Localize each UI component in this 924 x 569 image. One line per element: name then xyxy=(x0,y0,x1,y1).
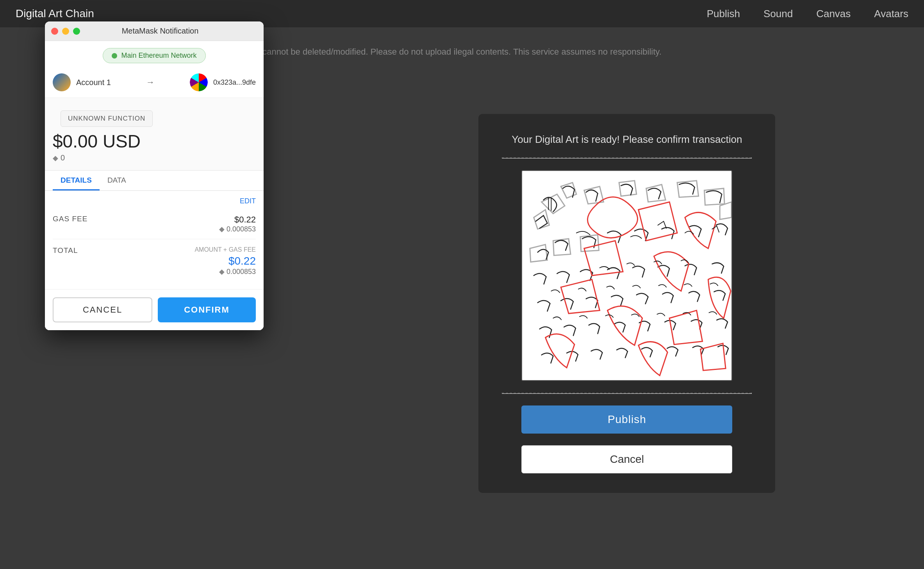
modal-confirm-text: Your Digital Art is ready! Please confir… xyxy=(512,133,742,146)
mm-network-section: Main Ethereum Network xyxy=(45,41,264,67)
total-label: TOTAL xyxy=(53,246,78,255)
metamask-title: MetaMask Notification xyxy=(63,27,257,36)
eth-diamond-icon-3: ◆ xyxy=(219,267,225,276)
gas-fee-eth-value: 0.000853 xyxy=(227,225,256,233)
art-svg xyxy=(522,171,731,380)
amount-eth-value: 0 xyxy=(61,153,65,162)
gas-fee-label: GAS FEE xyxy=(53,215,87,223)
mm-amount-eth: ◆ 0 xyxy=(53,153,256,162)
contract-avatar xyxy=(190,73,208,91)
total-eth: ◆ 0.000853 xyxy=(194,267,256,276)
nav-publish[interactable]: Publish xyxy=(707,8,740,20)
mm-details: EDIT GAS FEE $0.22 ◆ 0.000853 TOTAL AMOU… xyxy=(45,191,264,289)
network-status-dot xyxy=(112,53,117,59)
nav-avatars[interactable]: Avatars xyxy=(874,8,908,20)
mm-titlebar: MetaMask Notification xyxy=(45,21,264,41)
publish-modal: Your Digital Art is ready! Please confir… xyxy=(478,114,775,493)
mm-total-row: TOTAL AMOUNT + GAS FEE $0.22 ◆ 0.000853 xyxy=(53,239,256,283)
window-close-dot[interactable] xyxy=(51,28,58,35)
mm-amount-section: UNKNOWN FUNCTION $0.00 USD ◆ 0 xyxy=(45,98,264,171)
mm-gas-fee-row: GAS FEE $0.22 ◆ 0.000853 xyxy=(53,209,256,239)
total-values: AMOUNT + GAS FEE $0.22 ◆ 0.000853 xyxy=(194,246,256,276)
unknown-function-label: UNKNOWN FUNCTION xyxy=(68,115,145,122)
app-title: Digital Art Chain xyxy=(16,7,707,20)
mm-amount-usd: $0.00 USD xyxy=(53,131,256,152)
modal-dashed-line-bottom xyxy=(502,393,752,394)
nav-canvas[interactable]: Canvas xyxy=(816,8,851,20)
art-preview xyxy=(521,170,732,381)
edit-link[interactable]: EDIT xyxy=(53,197,256,205)
mm-buttons: CANCEL CONFIRM xyxy=(45,289,264,330)
mm-confirm-button[interactable]: CONFIRM xyxy=(158,297,256,322)
tab-data[interactable]: DATA xyxy=(100,171,134,190)
account-name: Account 1 xyxy=(76,78,111,87)
metamask-window: MetaMask Notification Main Ethereum Netw… xyxy=(45,21,264,330)
gas-fee-usd: $0.22 xyxy=(219,215,256,225)
total-sublabel: AMOUNT + GAS FEE xyxy=(194,246,256,253)
publish-button[interactable]: Publish xyxy=(521,405,732,434)
eth-diamond-icon: ◆ xyxy=(53,154,58,162)
gas-fee-values: $0.22 ◆ 0.000853 xyxy=(219,215,256,233)
eth-diamond-icon-2: ◆ xyxy=(219,225,225,233)
mm-tabs: DETAILS DATA xyxy=(45,171,264,191)
mm-unknown-box: UNKNOWN FUNCTION xyxy=(61,110,153,127)
total-eth-value: 0.000853 xyxy=(227,268,256,276)
tab-details[interactable]: DETAILS xyxy=(53,171,100,190)
contract-address: 0x323a...9dfe xyxy=(213,78,256,87)
mm-cancel-button[interactable]: CANCEL xyxy=(53,297,152,322)
contract-icon xyxy=(190,73,208,91)
mm-network-badge[interactable]: Main Ethereum Network xyxy=(103,48,205,63)
arrow-icon: → xyxy=(120,77,180,87)
total-usd: $0.22 xyxy=(194,255,256,267)
gas-fee-eth: ◆ 0.000853 xyxy=(219,225,256,233)
nav-links: Publish Sound Canvas Avatars xyxy=(707,8,908,20)
cancel-modal-button[interactable]: Cancel xyxy=(521,445,732,473)
mm-account-row: Account 1 → 0x323a...9dfe xyxy=(45,67,264,98)
account-avatar xyxy=(53,73,71,91)
mm-body: Main Ethereum Network Account 1 → 0x323a… xyxy=(45,41,264,330)
nav-sound[interactable]: Sound xyxy=(763,8,793,20)
modal-dashed-line-top xyxy=(502,157,752,158)
network-name: Main Ethereum Network xyxy=(121,52,196,60)
